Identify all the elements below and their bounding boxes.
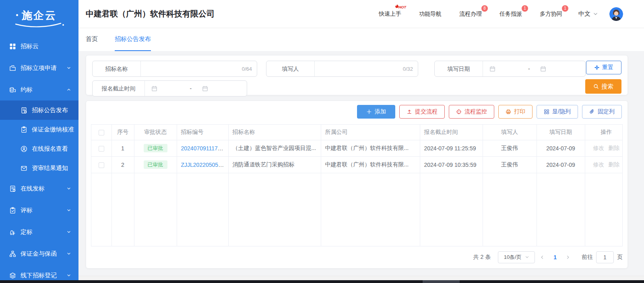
- fill-date-range-input[interactable]: -: [483, 61, 585, 76]
- search-button-label: 搜索: [601, 83, 613, 90]
- add-button[interactable]: 添加: [357, 105, 395, 119]
- filler-input[interactable]: [315, 61, 418, 76]
- goto-page-input[interactable]: [596, 251, 614, 263]
- flow-monitor-label: 流程监控: [464, 108, 487, 115]
- calendar-icon: [489, 66, 495, 72]
- nav-quick-start[interactable]: 快速上手 HOT: [379, 10, 401, 18]
- chevron-down-icon: [66, 66, 71, 70]
- table-toolbar: 添加 提交流程 流程监控 打印: [91, 105, 622, 119]
- row-checkbox[interactable]: [99, 146, 104, 152]
- sidebar-item-qualification-result-notice[interactable]: 资审结果通知: [0, 158, 78, 178]
- nav-function-guide[interactable]: 功能导航: [419, 10, 442, 18]
- clipboard-check-icon: [9, 207, 16, 214]
- deadline-field-group: 报名截止时间 -: [92, 80, 247, 96]
- reset-button[interactable]: 重置: [586, 61, 621, 74]
- col-header-date: 填写日期: [537, 125, 585, 140]
- calendar-icon: [151, 86, 157, 92]
- paperclip-icon: [589, 109, 595, 115]
- sidebar-item-deposit-payment-approval[interactable]: 保证金缴纳核准: [0, 120, 78, 139]
- nav-multi-collaboration[interactable]: 多方协同 1: [540, 10, 562, 18]
- upload-icon: [407, 109, 412, 115]
- flow-monitor-button[interactable]: 流程监控: [449, 105, 494, 119]
- show-hide-columns-button[interactable]: 显/隐列: [537, 105, 578, 119]
- bid-name-input[interactable]: [141, 61, 257, 76]
- scrollbar-thumb[interactable]: [423, 280, 460, 283]
- sidebar-item-bidding-cloud[interactable]: 招标云: [0, 35, 78, 57]
- sidebar-item-bid-award[interactable]: 定标: [0, 221, 78, 243]
- delete-action[interactable]: 删除: [608, 145, 619, 151]
- goto-unit: 页: [617, 254, 623, 261]
- nav-task-assign[interactable]: 任务指派 1: [500, 10, 522, 18]
- chevron-down-icon: [66, 230, 71, 234]
- tab-bid-announcement-publish[interactable]: 招标公告发布: [115, 28, 151, 51]
- bottom-bar: [0, 280, 644, 283]
- sidebar-item-online-bid-issue[interactable]: 在线发标: [0, 178, 78, 199]
- filler-label: 填写人: [266, 61, 315, 76]
- bid-code-link[interactable]: 2024070911170...: [181, 145, 226, 152]
- page-size-select[interactable]: 10条/页: [498, 251, 535, 263]
- sidebar-item-bid-evaluation[interactable]: 评标: [0, 199, 78, 221]
- row-checkbox[interactable]: [99, 162, 104, 168]
- target-icon: [456, 109, 462, 115]
- pagination: 共 2 条 10条/页 1 前往 页: [91, 246, 623, 268]
- prev-page-button[interactable]: [537, 252, 548, 263]
- user-avatar[interactable]: [609, 7, 623, 21]
- sidebar-item-deposit-and-guarantee[interactable]: 保证金与保函: [0, 243, 78, 265]
- edit-action[interactable]: 修改: [593, 145, 604, 151]
- sidebar-item-label: 在线报名查看: [32, 145, 71, 153]
- search-button[interactable]: 搜索: [585, 79, 621, 94]
- sidebar-item-bid-project-application[interactable]: 招标立项申请: [0, 57, 78, 79]
- chevron-right-icon: [566, 255, 570, 260]
- avatar-image: [609, 7, 623, 21]
- deadline-range-input[interactable]: -: [145, 81, 247, 96]
- sidebar-item-label: 约标: [21, 86, 66, 94]
- filler-field-group: 填写人 0/32: [266, 61, 418, 77]
- chevron-down-icon: [66, 251, 71, 256]
- print-button-label: 打印: [514, 108, 525, 115]
- chevron-down-icon: [593, 11, 598, 16]
- clipboard-check-icon: [20, 126, 27, 133]
- col-header-seq: 序号: [111, 125, 134, 140]
- hot-badge-text: HOT: [398, 5, 406, 9]
- sidebar-item-online-registration-view[interactable]: 在线报名查看: [0, 139, 78, 158]
- tab-label: 招标公告发布: [115, 35, 151, 43]
- total-count: 共 2 条: [473, 254, 491, 261]
- submit-flow-button[interactable]: 提交流程: [399, 105, 445, 119]
- tab-home[interactable]: 首页: [86, 28, 98, 51]
- table-row: 1 已审批 2024070911170... （土建）蓝色智谷产业园项目混...…: [91, 140, 623, 156]
- page-number[interactable]: 1: [553, 254, 557, 260]
- cell-name: （土建）蓝色智谷产业园项目混...: [228, 140, 321, 156]
- fixed-columns-label: 固定列: [598, 108, 615, 115]
- cell-filler: 王俊伟: [483, 156, 537, 173]
- chevron-up-icon: [66, 87, 71, 92]
- bid-code-link[interactable]: ZJJL20220505001: [181, 162, 228, 168]
- chevron-down-icon: [66, 208, 71, 213]
- fixed-columns-button[interactable]: 固定列: [582, 105, 622, 119]
- sidebar-item-label: 保证金缴纳核准: [32, 126, 74, 133]
- tab-label: 首页: [86, 35, 98, 43]
- horizontal-scrollbar-track[interactable]: [78, 276, 644, 280]
- sidebar-item-label: 评标: [21, 207, 66, 214]
- add-button-label: 添加: [375, 108, 386, 115]
- brand-logo: 施企云: [0, 0, 78, 32]
- language-selector[interactable]: 中文: [578, 10, 598, 18]
- cell-deadline: 2024-07-09 10:35:59: [420, 156, 483, 173]
- next-page-button[interactable]: [562, 252, 574, 263]
- nav-label: 多方协同: [540, 10, 562, 17]
- delete-action[interactable]: 删除: [608, 161, 619, 168]
- nav-label: 任务指派: [500, 10, 522, 17]
- notification-badge: 1: [562, 5, 568, 12]
- sparkle-icon: [594, 65, 600, 70]
- print-button[interactable]: 打印: [498, 105, 533, 119]
- filler-counter: 0/32: [403, 66, 413, 72]
- select-all-checkbox[interactable]: [99, 130, 104, 135]
- col-header-name: 招标名称: [228, 125, 321, 140]
- sidebar-item-invite-bid[interactable]: 约标: [0, 79, 78, 100]
- sidebar-item-bid-announcement-publish[interactable]: 招标公告发布: [0, 100, 78, 120]
- notification-badge: 1: [522, 5, 528, 12]
- cell-deadline: 2024-07-09 11:25:59: [420, 140, 483, 156]
- document-badge-icon: [20, 107, 27, 114]
- nav-process-handling[interactable]: 流程办理 8: [459, 10, 482, 18]
- edit-action[interactable]: 修改: [593, 161, 604, 168]
- printer-icon: [506, 109, 511, 115]
